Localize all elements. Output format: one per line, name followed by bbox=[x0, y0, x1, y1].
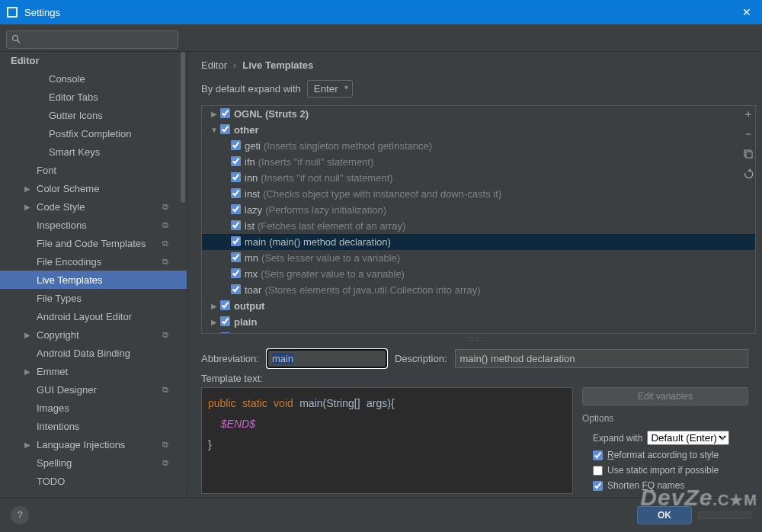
item-name: lst bbox=[245, 220, 255, 232]
add-template-icon[interactable]: ＋ bbox=[741, 107, 756, 122]
enable-checkbox[interactable] bbox=[231, 204, 241, 214]
enable-checkbox[interactable] bbox=[220, 108, 230, 118]
sidebar-item-label: Intentions bbox=[37, 421, 79, 432]
sidebar-item-language-injections[interactable]: ▶Language Injections⧉ bbox=[0, 435, 187, 453]
static-import-label: Use static import if possible bbox=[607, 465, 719, 476]
sidebar-item-console[interactable]: Console bbox=[0, 69, 187, 88]
sidebar-item-live-templates[interactable]: Live Templates bbox=[0, 271, 187, 289]
enable-checkbox[interactable] bbox=[220, 124, 230, 134]
template-item-toar[interactable]: toar(Stores elements of java.util.Collec… bbox=[202, 282, 755, 298]
enable-checkbox[interactable] bbox=[231, 252, 241, 262]
template-group-output[interactable]: ▶output bbox=[202, 298, 755, 314]
item-name: mn bbox=[245, 252, 258, 264]
sidebar-item-label: File Types bbox=[37, 293, 82, 304]
static-import-checkbox[interactable] bbox=[593, 466, 603, 476]
sidebar-item-inspections[interactable]: Inspections⧉ bbox=[0, 216, 187, 234]
template-item-geti[interactable]: geti(Inserts singleton method getInstanc… bbox=[202, 138, 755, 154]
sidebar-item-android-data-binding[interactable]: Android Data Binding bbox=[0, 344, 187, 362]
sidebar-item-font[interactable]: Font bbox=[0, 161, 187, 179]
ok-button[interactable]: OK bbox=[637, 506, 692, 524]
sidebar-item-spelling[interactable]: Spelling⧉ bbox=[0, 453, 187, 472]
sidebar-item-postfix-completion[interactable]: Postfix Completion bbox=[0, 124, 187, 143]
sidebar-item-gui-designer[interactable]: GUI Designer⧉ bbox=[0, 380, 187, 399]
sidebar-item-todo[interactable]: TODO bbox=[0, 472, 187, 490]
item-name: inst bbox=[245, 188, 260, 200]
breadcrumb-sep-icon: › bbox=[233, 59, 236, 71]
template-item-ifn[interactable]: ifn(Inserts "if null" statement) bbox=[202, 154, 755, 170]
expand-with-select[interactable]: Default (Enter) bbox=[647, 431, 729, 445]
enable-checkbox[interactable] bbox=[231, 284, 241, 294]
shorten-fq-label: Shorten FQ names bbox=[607, 480, 684, 491]
close-icon[interactable]: ✕ bbox=[738, 6, 756, 18]
reformat-checkbox[interactable] bbox=[593, 450, 603, 460]
template-item-lazy[interactable]: lazy(Performs lazy initialization) bbox=[202, 202, 755, 218]
panel-resizer[interactable]: ∷∷∷ bbox=[187, 334, 762, 340]
expand-arrow-icon: ▶ bbox=[24, 331, 30, 339]
abbreviation-input[interactable] bbox=[267, 349, 387, 368]
template-item-mx[interactable]: mx(Sets greater value to a variable) bbox=[202, 266, 755, 282]
sidebar-item-label: Live Templates bbox=[37, 274, 102, 286]
remove-template-icon[interactable]: － bbox=[741, 127, 756, 142]
template-group-ognl-struts-2-[interactable]: ▶OGNL (Struts 2) bbox=[202, 106, 755, 122]
item-description: (Sets greater value to a variable) bbox=[261, 268, 405, 280]
description-input[interactable] bbox=[455, 349, 748, 368]
search-input[interactable] bbox=[24, 34, 173, 45]
item-name: main bbox=[245, 236, 266, 248]
sidebar-item-label: GUI Designer bbox=[37, 384, 97, 396]
breadcrumb-parent[interactable]: Editor bbox=[201, 59, 227, 71]
sidebar-scrollbar[interactable] bbox=[179, 52, 187, 505]
template-group-plain[interactable]: ▶plain bbox=[202, 314, 755, 330]
sidebar-item-color-scheme[interactable]: ▶Color Scheme bbox=[0, 179, 187, 197]
sidebar-item-smart-keys[interactable]: Smart Keys bbox=[0, 143, 187, 161]
sidebar-item-emmet[interactable]: ▶Emmet bbox=[0, 362, 187, 380]
search-row bbox=[0, 24, 762, 52]
item-name: React bbox=[234, 332, 261, 334]
enable-checkbox[interactable] bbox=[220, 316, 230, 326]
shorten-fq-checkbox[interactable] bbox=[593, 481, 603, 491]
sidebar-item-copyright[interactable]: ▶Copyright⧉ bbox=[0, 325, 187, 344]
enable-checkbox[interactable] bbox=[231, 140, 241, 150]
template-item-mn[interactable]: mn(Sets lesser value to a variable) bbox=[202, 250, 755, 266]
enable-checkbox[interactable] bbox=[231, 220, 241, 230]
template-text-editor[interactable]: public static void main(String[] args){ … bbox=[201, 387, 573, 494]
copy-template-icon[interactable] bbox=[741, 146, 756, 162]
sidebar-item-android-layout-editor[interactable]: Android Layout Editor bbox=[0, 307, 187, 325]
enable-checkbox[interactable] bbox=[231, 236, 241, 246]
sidebar-item-images[interactable]: Images bbox=[0, 399, 187, 417]
enable-checkbox[interactable] bbox=[231, 268, 241, 278]
enable-checkbox[interactable] bbox=[220, 300, 230, 310]
help-button[interactable]: ? bbox=[11, 506, 29, 524]
sidebar-item-file-and-code-templates[interactable]: File and Code Templates⧉ bbox=[0, 234, 187, 252]
sidebar-item-code-style[interactable]: ▶Code Style⧉ bbox=[0, 197, 187, 216]
template-item-main[interactable]: main(main() method declaration) bbox=[202, 234, 755, 250]
enable-checkbox[interactable] bbox=[231, 156, 241, 166]
cancel-button[interactable] bbox=[698, 511, 751, 519]
sidebar-item-intentions[interactable]: Intentions bbox=[0, 417, 187, 435]
enable-checkbox[interactable] bbox=[220, 332, 230, 335]
item-description: (Sets lesser value to a variable) bbox=[261, 252, 400, 264]
edit-variables-button[interactable]: Edit variables bbox=[582, 387, 748, 405]
sidebar-item-editor-tabs[interactable]: Editor Tabs bbox=[0, 88, 187, 106]
template-group-other[interactable]: ▼other bbox=[202, 122, 755, 138]
revert-template-icon[interactable] bbox=[741, 166, 756, 181]
template-item-inn[interactable]: inn(Inserts "if not null" statement) bbox=[202, 170, 755, 186]
sidebar-item-file-types[interactable]: File Types bbox=[0, 289, 187, 307]
enable-checkbox[interactable] bbox=[231, 172, 241, 182]
sidebar-item-label: Spelling bbox=[37, 457, 72, 469]
template-group-react[interactable]: ▶React bbox=[202, 330, 755, 334]
item-description: (Stores elements of java.util.Collection… bbox=[264, 284, 480, 296]
sidebar-item-label: Language Injections bbox=[37, 439, 125, 450]
settings-sidebar[interactable]: Editor ConsoleEditor TabsGutter IconsPos… bbox=[0, 52, 187, 505]
sidebar-item-label: Console bbox=[49, 73, 85, 85]
project-scope-icon: ⧉ bbox=[162, 220, 171, 229]
item-name: inn bbox=[245, 172, 258, 184]
template-item-inst[interactable]: inst(Checks object type with instanceof … bbox=[202, 186, 755, 202]
sidebar-item-file-encodings[interactable]: File Encodings⧉ bbox=[0, 252, 187, 271]
templates-tree[interactable]: ▶OGNL (Struts 2)▼othergeti(Inserts singl… bbox=[201, 105, 756, 334]
template-item-lst[interactable]: lst(Fetches last element of an array) bbox=[202, 218, 755, 234]
default-expand-select[interactable]: Enter bbox=[307, 80, 353, 98]
search-box[interactable] bbox=[6, 30, 178, 49]
item-description: (main() method declaration) bbox=[269, 236, 391, 248]
sidebar-item-gutter-icons[interactable]: Gutter Icons bbox=[0, 106, 187, 124]
enable-checkbox[interactable] bbox=[231, 188, 241, 198]
